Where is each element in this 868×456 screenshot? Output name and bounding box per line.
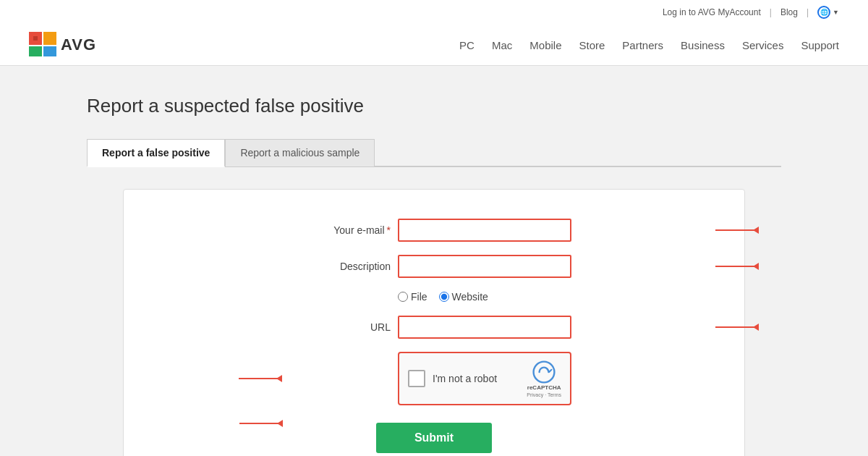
recaptcha-brand: reCAPTCHA: [527, 385, 561, 391]
arrow-line: [715, 229, 759, 231]
captcha-logo: reCAPTCHA Privacy · Terms: [527, 360, 561, 397]
language-selector[interactable]: 🌐 ▼: [817, 6, 839, 19]
divider2: |: [807, 7, 809, 17]
nav-item-mac[interactable]: Mac: [492, 36, 512, 54]
url-input[interactable]: [398, 316, 571, 339]
submit-row: Submit: [167, 423, 701, 453]
radio-website[interactable]: [439, 292, 449, 302]
globe-icon: 🌐: [817, 6, 830, 19]
svg-rect-1: [43, 32, 56, 45]
captcha-row: I'm not a robot reCAPTCHA Privacy · Term…: [167, 352, 701, 405]
header-main: AVG PC Mac Mobile Store Partners Busines…: [29, 25, 839, 65]
captcha-checkbox[interactable]: [408, 370, 425, 387]
header: Log in to AVG MyAccount | Blog | 🌐 ▼ AVG…: [0, 0, 868, 66]
arrow-email: [715, 229, 759, 231]
arrow-line-url: [715, 326, 759, 328]
radio-row: File Website: [167, 291, 701, 303]
radio-group: File Website: [398, 291, 571, 303]
login-link[interactable]: Log in to AVG MyAccount: [663, 7, 761, 17]
form-card: Your e-mail* Description File: [123, 189, 745, 456]
nav-item-support[interactable]: Support: [801, 36, 839, 54]
nav-item-store[interactable]: Store: [579, 36, 605, 54]
nav-item-partners[interactable]: Partners: [622, 36, 663, 54]
captcha-box[interactable]: I'm not a robot reCAPTCHA Privacy · Term…: [398, 352, 571, 405]
description-row: Description: [167, 255, 701, 278]
nav-item-pc[interactable]: PC: [459, 36, 475, 54]
arrow-captcha: [239, 378, 282, 379]
description-label: Description: [297, 261, 391, 272]
radio-file-text: File: [411, 291, 427, 303]
divider: |: [770, 7, 772, 17]
svg-rect-4: [33, 36, 38, 41]
page-title: Report a suspected false positive: [87, 95, 781, 117]
arrow-url: [715, 326, 759, 328]
email-input[interactable]: [398, 219, 571, 242]
nav-item-business[interactable]: Business: [681, 36, 725, 54]
submit-button[interactable]: Submit: [376, 423, 492, 453]
description-input[interactable]: [398, 255, 571, 278]
tab-malicious-sample[interactable]: Report a malicious sample: [225, 139, 375, 167]
url-row: URL: [167, 316, 701, 339]
required-star: *: [387, 224, 391, 236]
header-top: Log in to AVG MyAccount | Blog | 🌐 ▼: [29, 0, 839, 25]
tab-bar: Report a false positive Report a malicio…: [87, 139, 781, 167]
svg-rect-3: [43, 46, 56, 56]
radio-website-label[interactable]: Website: [439, 291, 488, 303]
nav-item-mobile[interactable]: Mobile: [529, 36, 561, 54]
arrow-submit-head: [277, 420, 283, 427]
logo[interactable]: AVG: [29, 32, 96, 58]
radio-website-text: Website: [452, 291, 488, 303]
arrow-line-desc: [715, 266, 759, 267]
arrow-submit-container: [239, 423, 283, 424]
arrow-description: [715, 266, 759, 267]
recaptcha-sub: Privacy · Terms: [527, 392, 561, 397]
svg-point-5: [534, 361, 555, 382]
recaptcha-icon: [532, 360, 556, 384]
main-content: Report a suspected false positive Report…: [72, 95, 796, 456]
nav-item-services[interactable]: Services: [742, 36, 784, 54]
avg-logo-svg: [29, 32, 58, 58]
tab-false-positive[interactable]: Report a false positive: [87, 139, 225, 167]
email-label: Your e-mail*: [297, 224, 391, 236]
blog-link[interactable]: Blog: [780, 7, 798, 17]
url-label: URL: [297, 321, 391, 333]
email-row: Your e-mail*: [167, 219, 701, 242]
radio-file-label[interactable]: File: [398, 291, 427, 303]
main-nav: PC Mac Mobile Store Partners Business Se…: [459, 36, 839, 54]
captcha-text: I'm not a robot: [433, 373, 519, 384]
logo-text: AVG: [61, 35, 96, 54]
arrow-r2l-line: [239, 378, 282, 379]
radio-file[interactable]: [398, 292, 408, 302]
chevron-down-icon: ▼: [833, 9, 839, 16]
arrow-submit-line: [239, 423, 283, 424]
svg-rect-2: [29, 46, 42, 56]
